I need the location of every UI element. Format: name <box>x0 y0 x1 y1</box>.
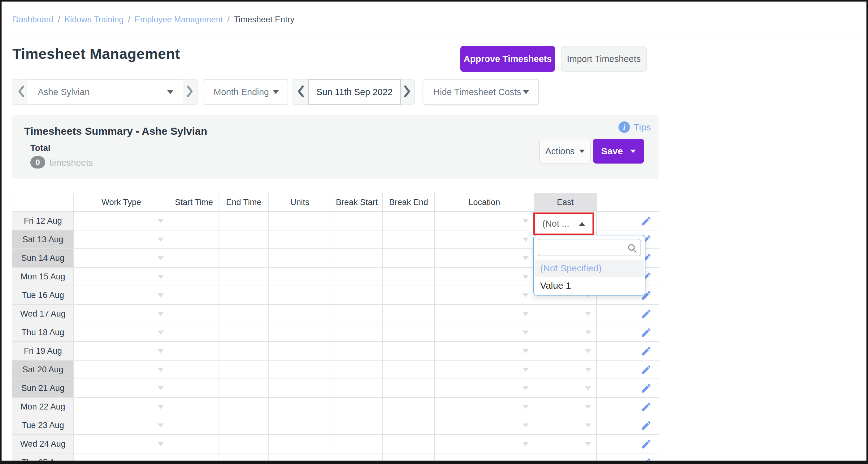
units-cell[interactable] <box>269 211 331 230</box>
units-cell[interactable] <box>269 416 331 435</box>
break-start-cell[interactable] <box>331 416 382 435</box>
location-cell[interactable] <box>435 342 534 360</box>
breadcrumb-dashboard[interactable]: Dashboard <box>13 15 54 25</box>
break-start-cell[interactable] <box>331 379 382 398</box>
work-type-cell[interactable] <box>74 453 169 464</box>
end-time-cell[interactable] <box>219 453 269 464</box>
start-time-cell[interactable] <box>169 416 219 435</box>
timesheet-costs-select[interactable]: Hide Timesheet Costs <box>423 79 539 105</box>
start-time-cell[interactable] <box>169 323 219 342</box>
location-cell[interactable] <box>435 453 534 464</box>
work-type-cell[interactable] <box>74 379 169 398</box>
break-end-cell[interactable] <box>382 435 435 453</box>
break-start-cell[interactable] <box>331 249 382 267</box>
edit-pencil-icon[interactable] <box>641 327 652 338</box>
location-cell[interactable] <box>435 379 534 398</box>
break-end-cell[interactable] <box>382 416 435 435</box>
location-cell[interactable] <box>435 398 534 416</box>
edit-pencil-icon[interactable] <box>641 215 652 227</box>
units-cell[interactable] <box>269 230 331 249</box>
location-cell[interactable] <box>435 435 534 453</box>
start-time-cell[interactable] <box>169 304 219 323</box>
east-cell[interactable] <box>534 304 596 323</box>
east-cell[interactable] <box>534 379 596 398</box>
break-start-cell[interactable] <box>331 435 382 453</box>
units-cell[interactable] <box>269 286 331 304</box>
edit-pencil-icon[interactable] <box>641 308 652 320</box>
edit-pencil-icon[interactable] <box>641 364 652 375</box>
east-cell[interactable] <box>534 453 596 464</box>
location-cell[interactable] <box>435 249 534 267</box>
break-end-cell[interactable] <box>382 304 435 323</box>
edit-pencil-icon[interactable] <box>641 438 652 450</box>
start-time-cell[interactable] <box>169 249 219 267</box>
edit-pencil-icon[interactable] <box>641 345 652 357</box>
units-cell[interactable] <box>269 379 331 398</box>
location-cell[interactable] <box>435 211 534 230</box>
start-time-cell[interactable] <box>169 211 219 230</box>
work-type-cell[interactable] <box>74 230 169 249</box>
east-cell[interactable] <box>534 435 596 453</box>
end-time-cell[interactable] <box>219 211 269 230</box>
break-start-cell[interactable] <box>331 453 382 464</box>
east-cell[interactable] <box>534 323 596 342</box>
start-time-cell[interactable] <box>169 360 219 379</box>
work-type-cell[interactable] <box>74 286 169 304</box>
end-time-cell[interactable] <box>219 304 269 323</box>
break-start-cell[interactable] <box>331 267 382 286</box>
east-cell[interactable] <box>534 416 596 435</box>
end-time-cell[interactable] <box>219 249 269 267</box>
start-time-cell[interactable] <box>169 230 219 249</box>
save-button[interactable]: Save <box>593 139 644 164</box>
break-start-cell[interactable] <box>331 230 382 249</box>
break-start-cell[interactable] <box>331 342 382 360</box>
units-cell[interactable] <box>269 342 331 360</box>
end-time-cell[interactable] <box>219 267 269 286</box>
east-cell-select-highlighted[interactable]: (Not ... <box>533 212 594 235</box>
units-cell[interactable] <box>269 249 331 267</box>
location-cell[interactable] <box>435 416 534 435</box>
import-timesheets-button[interactable]: Import Timesheets <box>561 46 647 72</box>
end-time-cell[interactable] <box>219 398 269 416</box>
break-end-cell[interactable] <box>382 398 435 416</box>
start-time-cell[interactable] <box>169 379 219 398</box>
location-cell[interactable] <box>435 360 534 379</box>
next-period-chevron-icon[interactable] <box>403 85 412 99</box>
work-type-cell[interactable] <box>74 211 169 230</box>
edit-pencil-icon[interactable] <box>641 401 652 413</box>
actions-button[interactable]: Actions <box>539 139 591 164</box>
location-cell[interactable] <box>435 267 534 286</box>
location-cell[interactable] <box>435 304 534 323</box>
prev-period-chevron-icon[interactable] <box>296 85 305 99</box>
units-cell[interactable] <box>269 398 331 416</box>
work-type-cell[interactable] <box>74 435 169 453</box>
break-end-cell[interactable] <box>382 342 435 360</box>
break-start-cell[interactable] <box>331 286 382 304</box>
break-end-cell[interactable] <box>382 230 435 249</box>
tips-link[interactable]: i Tips <box>619 121 651 133</box>
end-time-cell[interactable] <box>219 416 269 435</box>
work-type-cell[interactable] <box>74 323 169 342</box>
location-cell[interactable] <box>435 230 534 249</box>
period-type-select[interactable]: Month Ending <box>203 79 288 105</box>
end-time-cell[interactable] <box>219 379 269 398</box>
prev-employee-chevron-icon[interactable] <box>17 85 25 99</box>
units-cell[interactable] <box>269 360 331 379</box>
units-cell[interactable] <box>269 435 331 453</box>
break-end-cell[interactable] <box>382 379 435 398</box>
start-time-cell[interactable] <box>169 267 219 286</box>
break-end-cell[interactable] <box>382 249 435 267</box>
break-end-cell[interactable] <box>382 211 435 230</box>
units-cell[interactable] <box>269 453 331 464</box>
location-cell[interactable] <box>435 323 534 342</box>
break-end-cell[interactable] <box>382 267 435 286</box>
start-time-cell[interactable] <box>169 435 219 453</box>
next-employee-chevron-icon[interactable] <box>186 85 194 99</box>
start-time-cell[interactable] <box>169 342 219 360</box>
start-time-cell[interactable] <box>169 398 219 416</box>
east-cell[interactable] <box>534 342 596 360</box>
work-type-cell[interactable] <box>74 360 169 379</box>
east-cell[interactable] <box>534 398 596 416</box>
dropdown-search-input[interactable] <box>538 239 641 256</box>
units-cell[interactable] <box>269 267 331 286</box>
